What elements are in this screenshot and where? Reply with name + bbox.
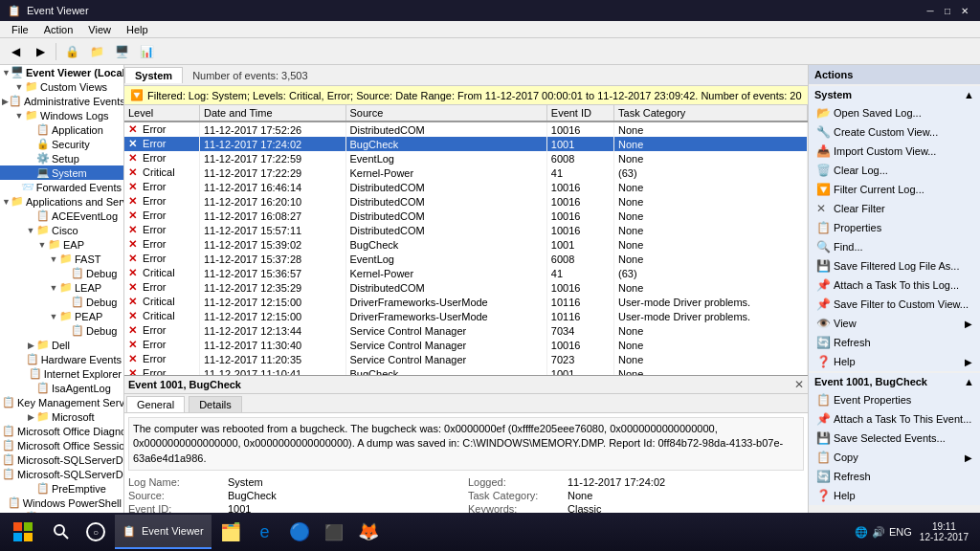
tree-item-peap[interactable]: ▼ 📁 PEAP — [0, 309, 123, 323]
menu-view[interactable]: View — [80, 21, 119, 38]
table-row[interactable]: ✕ Error 11-12-2017 16:08:27 DistributedC… — [124, 209, 808, 223]
table-row[interactable]: ✕ Error 11-12-2017 15:37:28 EventLog 600… — [124, 252, 808, 266]
tree-item-ie[interactable]: 📋 Internet Explorer — [0, 366, 123, 381]
action-save-selected[interactable]: 💾 Save Selected Events... — [809, 429, 980, 448]
table-row[interactable]: ✕ Error 11-12-2017 16:20:10 DistributedC… — [124, 194, 808, 209]
action-filter-current[interactable]: 🔽 Filter Current Log... — [809, 180, 980, 199]
action-help[interactable]: ❓ Help ▶ — [809, 352, 980, 371]
toolbar-forward[interactable]: ▶ — [29, 41, 52, 62]
actions-subsection-header[interactable]: System ▲ — [809, 86, 980, 103]
taskbar-start-button[interactable] — [4, 515, 42, 549]
tree-item-leap-debug[interactable]: 📋 Debug — [0, 295, 123, 309]
lang-label[interactable]: ENG — [889, 526, 912, 538]
tree-item-eap[interactable]: ▼ 📁 EAP — [0, 237, 123, 252]
tree-item-fast-debug[interactable]: 📋 Debug — [0, 266, 123, 280]
table-row[interactable]: ✕ Error 11-12-2017 11:20:35 Service Cont… — [124, 352, 808, 366]
action-create-custom-view[interactable]: 🔧 Create Custom View... — [809, 122, 980, 142]
table-row[interactable]: ✕ Error 11-12-2017 16:46:14 DistributedC… — [124, 180, 808, 194]
tree-item-sql2[interactable]: 📋 Microsoft-SQLServerData — [0, 467, 123, 481]
toolbar-folder[interactable]: 📁 — [85, 41, 108, 62]
detail-tab-details[interactable]: Details — [189, 396, 242, 412]
volume-icon[interactable]: 🔊 — [872, 526, 885, 539]
action-attach-task-log[interactable]: 📌 Attach a Task To this Log... — [809, 276, 980, 295]
tree-item-custom-views[interactable]: ▼ 📁 Custom Views — [0, 79, 123, 94]
taskbar-explorer[interactable]: 🗂️ — [215, 517, 246, 547]
taskbar-search[interactable] — [46, 517, 77, 547]
taskbar-chrome[interactable]: 🔵 — [284, 517, 315, 547]
tree-item-kms[interactable]: 📋 Key Management Service — [0, 395, 123, 409]
action-refresh-event[interactable]: 🔄 Refresh — [809, 467, 980, 486]
action-copy[interactable]: 📋 Copy ▶ — [809, 448, 980, 467]
tree-item-isa[interactable]: 📋 IsaAgentLog — [0, 381, 123, 395]
table-row[interactable]: ✕ Error 11-12-2017 17:24:02 BugCheck 100… — [124, 137, 808, 151]
tree-item-dell[interactable]: ▶ 📁 Dell — [0, 338, 123, 352]
col-eventid[interactable]: Event ID — [546, 105, 613, 121]
taskbar-event-viewer-app[interactable]: 📋 Event Viewer — [115, 515, 212, 549]
detail-tab-general[interactable]: General — [126, 396, 185, 412]
tree-item-app-services[interactable]: ▼ 📁 Applications and Services Logs — [0, 194, 123, 209]
table-row[interactable]: ✕ Error 11-12-2017 15:39:02 BugCheck 100… — [124, 237, 808, 252]
log-table-container[interactable]: Level Date and Time Source Event ID Task… — [124, 105, 808, 375]
tree-item-cisco[interactable]: ▼ 📁 Cisco — [0, 223, 123, 237]
minimize-button[interactable]: ─ — [923, 4, 938, 17]
action-open-saved[interactable]: 📂 Open Saved Log... — [809, 103, 980, 122]
actions-event-header[interactable]: Event 1001, BugCheck ▲ — [809, 373, 980, 390]
action-properties[interactable]: 📋 Properties — [809, 218, 980, 237]
actions-section-header-system[interactable]: Actions — [809, 65, 980, 84]
table-row[interactable]: ✕ Error 11-12-2017 17:52:26 DistributedC… — [124, 121, 808, 137]
toolbar-monitor[interactable]: 🖥️ — [110, 41, 133, 62]
toolbar-lock[interactable]: 🔒 — [60, 41, 83, 62]
tree-item-root[interactable]: ▼ 🖥️ Event Viewer (Local) — [0, 65, 123, 79]
close-button[interactable]: ✕ — [957, 4, 972, 17]
action-help-event[interactable]: ❓ Help — [809, 486, 980, 505]
tree-item-fast[interactable]: ▼ 📁 FAST — [0, 252, 123, 266]
tree-item-hardware[interactable]: 📋 Hardware Events — [0, 352, 123, 366]
table-row[interactable]: ✕ Error 11-12-2017 11:30:40 Service Cont… — [124, 338, 808, 352]
tree-item-preemptive[interactable]: 📋 PreEmptive — [0, 481, 123, 496]
action-clear-filter[interactable]: ✕ Clear Filter — [809, 199, 980, 218]
action-find[interactable]: 🔍 Find... — [809, 237, 980, 256]
table-row[interactable]: ✕ Error 11-12-2017 11:10:41 BugCheck 100… — [124, 366, 808, 375]
tree-item-peap-debug[interactable]: 📋 Debug — [0, 323, 123, 338]
tree-item-microsoft[interactable]: ▶ 📁 Microsoft — [0, 409, 123, 424]
tree-item-security[interactable]: 🔒 Security — [0, 137, 123, 151]
network-icon[interactable]: 🌐 — [855, 526, 868, 539]
table-row[interactable]: ✕ Error 11-12-2017 12:35:29 DistributedC… — [124, 280, 808, 295]
taskbar-cortana[interactable]: ○ — [80, 517, 111, 547]
table-row[interactable]: ✕ Critical 11-12-2017 17:22:29 Kernel-Po… — [124, 165, 808, 180]
col-taskcategory[interactable]: Task Category — [614, 105, 808, 121]
tree-item-admin-events[interactable]: ▶ 📋 Administrative Events — [0, 94, 123, 108]
maximize-button[interactable]: □ — [940, 4, 955, 17]
tree-item-application[interactable]: 📋 Application — [0, 122, 123, 137]
tree-item-powershell[interactable]: 📋 Windows PowerShell — [0, 496, 123, 510]
table-row[interactable]: ✕ Critical 11-12-2017 15:36:57 Kernel-Po… — [124, 266, 808, 280]
table-row[interactable]: ✕ Error 11-12-2017 15:57:11 DistributedC… — [124, 223, 808, 237]
taskbar-clock[interactable]: 19:11 12-12-2017 — [920, 521, 969, 542]
tree-item-ace[interactable]: 📋 ACEEventLog — [0, 209, 123, 223]
col-source[interactable]: Source — [345, 105, 546, 121]
action-view[interactable]: 👁️ View ▶ — [809, 314, 980, 333]
tree-item-system[interactable]: 💻 System — [0, 165, 123, 180]
taskbar-cmd[interactable]: ⬛ — [319, 517, 349, 547]
taskbar-firefox[interactable]: 🦊 — [353, 517, 384, 547]
tab-system[interactable]: System — [124, 67, 183, 83]
action-attach-task-event[interactable]: 📌 Attach a Task To This Event... — [809, 409, 980, 429]
action-refresh[interactable]: 🔄 Refresh — [809, 333, 980, 352]
taskbar-edge[interactable]: e — [250, 517, 280, 547]
tree-item-sql1[interactable]: 📋 Microsoft-SQLServerData — [0, 452, 123, 467]
toolbar-back[interactable]: ◀ — [4, 41, 27, 62]
tree-item-setup[interactable]: ⚙️ Setup — [0, 151, 123, 165]
table-row[interactable]: ✕ Critical 11-12-2017 12:15:00 DriverFra… — [124, 309, 808, 323]
menu-help[interactable]: Help — [119, 21, 156, 38]
toolbar-chart[interactable]: 📊 — [135, 41, 158, 62]
tree-item-msoffice-sess[interactable]: 📋 Microsoft Office Sessions — [0, 438, 123, 452]
tree-item-forwarded[interactable]: 📨 Forwarded Events — [0, 180, 123, 194]
action-import-custom-view[interactable]: 📥 Import Custom View... — [809, 142, 980, 161]
table-row[interactable]: ✕ Critical 11-12-2017 12:15:00 DriverFra… — [124, 295, 808, 309]
col-level[interactable]: Level — [124, 105, 199, 121]
table-row[interactable]: ✕ Error 11-12-2017 17:22:59 EventLog 600… — [124, 151, 808, 165]
table-row[interactable]: ✕ Error 11-12-2017 12:13:44 Service Cont… — [124, 323, 808, 338]
tree-item-msoffice-diag[interactable]: 📋 Microsoft Office Diagnostics — [0, 424, 123, 438]
action-save-filter-custom[interactable]: 📌 Save Filter to Custom View... — [809, 295, 980, 314]
action-event-properties[interactable]: 📋 Event Properties — [809, 390, 980, 409]
